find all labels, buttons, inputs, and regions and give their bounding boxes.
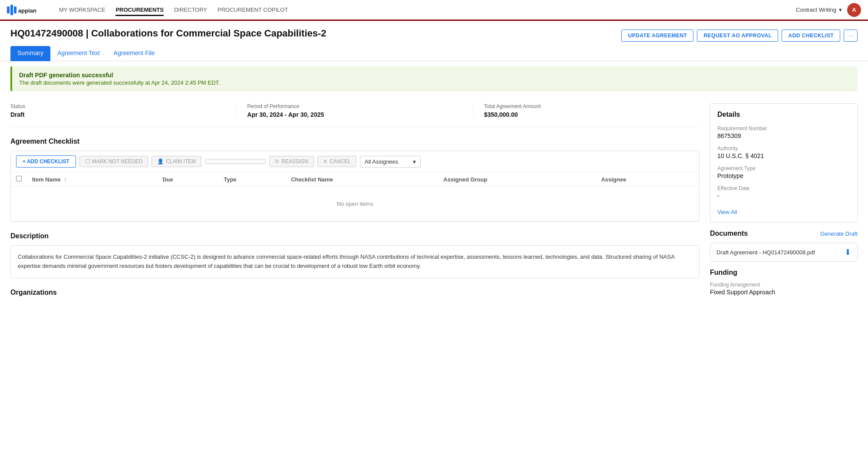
amount-label: Total Agreement Amount (484, 103, 700, 109)
documents-header: Documents Generate Draft (710, 230, 858, 237)
checklist-toolbar: + ADD CHECKLIST ☐ MARK NOT NEEDED 👤 CLAI… (11, 151, 699, 172)
alert-body: The draft documents were generated succe… (19, 79, 851, 86)
period-value: Apr 30, 2024 - Apr 30, 2025 (247, 111, 462, 118)
documents-section: Documents Generate Draft Draft Agreement… (710, 230, 858, 262)
appian-logo: appian (7, 4, 42, 16)
main-layout: Status Draft Period of Performance Apr 3… (0, 96, 868, 302)
nav-right: Contract Writing ▾ A (796, 3, 861, 17)
description-box: Collaborations for Commercial Space Capa… (10, 245, 700, 278)
update-agreement-button[interactable]: UPDATE AGREEMENT (621, 30, 693, 42)
checklist-box: + ADD CHECKLIST ☐ MARK NOT NEEDED 👤 CLAI… (10, 151, 700, 222)
authority-label: Authority (717, 145, 850, 151)
effective-date-value: - (717, 192, 850, 199)
contract-writing-dropdown[interactable]: Contract Writing ▾ (796, 7, 842, 13)
effective-date-label: Effective Date (717, 185, 850, 191)
svg-text:appian: appian (18, 7, 36, 14)
detail-authority: Authority 10 U.S.C. § 4021 (717, 145, 850, 159)
amount-value: $350,000.00 (484, 111, 700, 118)
documents-title: Documents (710, 230, 748, 237)
header-actions: UPDATE AGREEMENT REQUEST AO APPROVAL ADD… (621, 30, 858, 42)
document-item: Draft Agreement - HQ01472490008.pdf ⬇ (710, 243, 858, 262)
assignees-dropdown[interactable]: All Assignees ▾ (360, 156, 421, 168)
cancel-button: ✕ CANCEL (317, 156, 356, 167)
download-icon[interactable]: ⬇ (845, 247, 851, 257)
description-section-title: Description (10, 232, 700, 240)
page-header: HQ01472490008 | Collaborations for Comme… (0, 21, 868, 42)
top-nav: appian MY WORKSPACE PROCUREMENTS DIRECTO… (0, 0, 868, 21)
nav-procurements[interactable]: PROCUREMENTS (116, 5, 164, 16)
agreement-type-label: Agreement Type (717, 165, 850, 171)
authority-value: 10 U.S.C. § 4021 (717, 152, 850, 159)
nav-procurement-copilot[interactable]: PROCUREMENT COPILOT (218, 5, 288, 16)
details-card: Details Requirement Number 8675309 Autho… (710, 103, 858, 223)
funding-arrangement-label: Funding Arrangement (710, 282, 858, 288)
period-label: Period of Performance (247, 103, 462, 109)
add-checklist-button[interactable]: + ADD CHECKLIST (16, 155, 76, 168)
sort-icon[interactable]: ↑ (64, 177, 66, 183)
reassign-icon: ↻ (275, 158, 279, 165)
requirement-number-value: 8675309 (717, 132, 850, 139)
tab-summary[interactable]: Summary (10, 46, 50, 61)
right-panel: Details Requirement Number 8675309 Autho… (710, 103, 858, 302)
svg-rect-0 (7, 7, 10, 13)
page-title: HQ01472490008 | Collaborations for Comme… (10, 28, 327, 39)
col-due-header[interactable]: Due (157, 172, 218, 187)
funding-arrangement-value: Fixed Support Approach (710, 289, 858, 296)
details-header: Details (717, 111, 850, 119)
tab-agreement-file[interactable]: Agreement File (107, 46, 162, 61)
generate-draft-link[interactable]: Generate Draft (820, 230, 858, 237)
claim-item-button: 👤 CLAIM ITEM (152, 156, 201, 167)
organizations-section-title: Organizations (10, 289, 700, 296)
status-value: Draft (10, 111, 226, 118)
search-box[interactable] (205, 159, 266, 164)
checklist-table: Item Name ↑ Due Type Checklist Name Assi… (11, 172, 699, 221)
mark-not-needed-button: ☐ MARK NOT NEEDED (79, 156, 148, 167)
document-name: Draft Agreement - HQ01472490008.pdf (716, 249, 815, 256)
nav-my-workspace[interactable]: MY WORKSPACE (59, 5, 105, 16)
stat-amount: Total Agreement Amount $350,000.00 (484, 103, 700, 118)
col-checklist-name-header[interactable]: Checklist Name (286, 172, 438, 187)
requirement-number-label: Requirement Number (717, 125, 850, 132)
detail-agreement-type: Agreement Type Prototype (717, 165, 850, 179)
alert-title: Draft PDF generation successful (19, 72, 851, 79)
claim-item-icon: 👤 (157, 158, 164, 165)
alert-banner: Draft PDF generation successful The draf… (10, 66, 858, 91)
funding-title: Funding (710, 269, 858, 277)
col-item-name-header[interactable]: Item Name ↑ (27, 172, 157, 187)
stat-status: Status Draft (10, 103, 226, 118)
nav-directory[interactable]: DIRECTORY (174, 5, 207, 16)
svg-rect-1 (10, 5, 13, 15)
avatar[interactable]: A (847, 3, 861, 17)
select-all-checkbox[interactable] (16, 176, 22, 181)
funding-section: Funding Funding Arrangement Fixed Suppor… (710, 269, 858, 296)
chevron-down-icon: ▾ (839, 7, 842, 13)
summary-stats: Status Draft Period of Performance Apr 3… (10, 103, 700, 127)
detail-effective-date: Effective Date - (717, 185, 850, 199)
stat-period: Period of Performance Apr 30, 2024 - Apr… (247, 103, 462, 118)
detail-requirement-number: Requirement Number 8675309 (717, 125, 850, 139)
checklist-section-title: Agreement Checklist (10, 138, 700, 145)
view-all-link[interactable]: View All (717, 209, 737, 215)
reassign-button: ↻ REASSIGN (269, 156, 314, 167)
add-checklist-header-button[interactable]: ADD CHECKLIST (782, 30, 840, 42)
request-ao-approval-button[interactable]: REQUEST AO APPROVAL (697, 30, 778, 42)
cancel-icon: ✕ (323, 158, 327, 165)
chevron-down-icon: ▾ (413, 158, 416, 165)
col-assigned-group-header[interactable]: Assigned Group (438, 172, 596, 187)
agreement-type-value: Prototype (717, 172, 850, 179)
tab-agreement-text[interactable]: Agreement Text (50, 46, 107, 61)
col-assignee-header[interactable]: Assignee (596, 172, 699, 187)
col-checkbox-header (11, 172, 27, 187)
status-label: Status (10, 103, 226, 109)
main-content: Status Draft Period of Performance Apr 3… (10, 103, 710, 302)
col-type-header[interactable]: Type (218, 172, 286, 187)
svg-rect-2 (14, 7, 17, 13)
tabs: Summary Agreement Text Agreement File (0, 46, 868, 61)
more-actions-button[interactable]: ··· (844, 30, 858, 42)
mark-not-needed-icon: ☐ (85, 158, 90, 165)
no-items-message: No open items (16, 190, 694, 217)
